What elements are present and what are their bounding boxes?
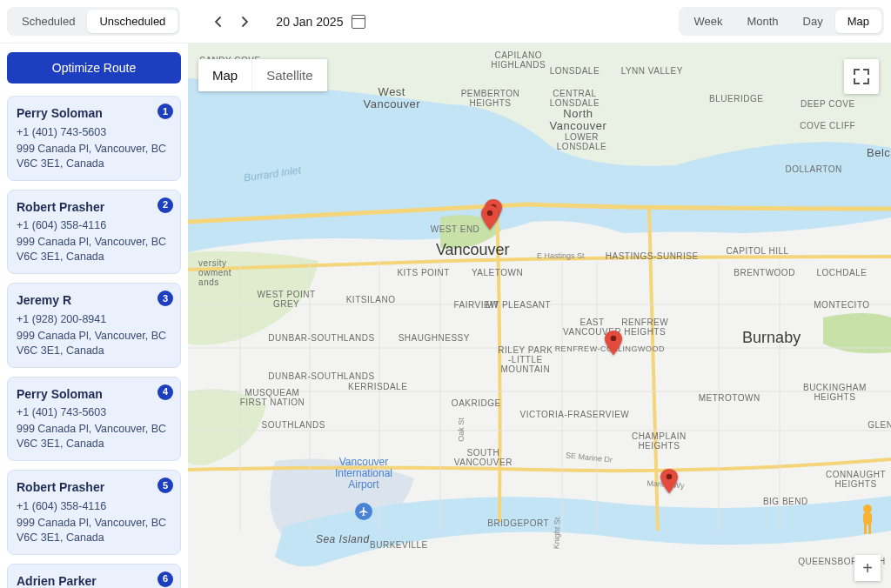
svg-rect-20: [868, 524, 871, 534]
scheduled-tab[interactable]: Scheduled: [10, 10, 87, 33]
map-tiles: [188, 43, 891, 588]
map-type-map[interactable]: Map: [198, 59, 252, 91]
view-toggle: Week Month Day Map: [679, 7, 884, 36]
map-type-satellite[interactable]: Satellite: [252, 59, 326, 91]
contact-address: 999 Canada Pl, Vancouver, BC V6C 3E1, Ca…: [17, 422, 171, 451]
view-map[interactable]: Map: [835, 10, 881, 33]
next-day-button[interactable]: [234, 11, 255, 32]
fullscreen-button[interactable]: [844, 59, 879, 94]
map-type-toggle: Map Satellite: [198, 59, 327, 91]
schedule-toggle: Scheduled Unscheduled: [7, 7, 180, 36]
contact-phone: +1 (401) 743-5603: [17, 405, 171, 420]
svg-point-14: [487, 210, 492, 216]
route-card[interactable]: 5 Robert Prasher +1 (604) 358-4116 999 C…: [7, 470, 181, 555]
map-pin[interactable]: [481, 205, 499, 230]
airport-icon: [355, 503, 372, 520]
route-card[interactable]: 4 Perry Soloman +1 (401) 743-5603 999 Ca…: [7, 377, 181, 462]
fullscreen-icon: [855, 70, 868, 83]
route-card[interactable]: 3 Jeremy R +1 (928) 200-8941 999 Canada …: [7, 283, 181, 368]
unscheduled-tab[interactable]: Unscheduled: [87, 10, 178, 33]
contact-phone: +1 (604) 358-4116: [17, 218, 171, 233]
date-picker[interactable]: 20 Jan 2025: [276, 15, 365, 29]
svg-point-16: [666, 474, 671, 479]
current-date: 20 Jan 2025: [276, 15, 343, 29]
map-pin[interactable]: [605, 331, 622, 355]
contact-name: Perry Soloman: [17, 105, 171, 122]
stop-badge: 3: [157, 291, 173, 306]
map-canvas[interactable]: Vancouver Burnaby WestVancouver NorthVan…: [188, 43, 891, 588]
prev-day-button[interactable]: [208, 11, 229, 32]
route-card[interactable]: 1 Perry Soloman +1 (401) 743-5603 999 Ca…: [7, 96, 181, 181]
map-pin[interactable]: [660, 469, 678, 493]
stop-badge: 4: [157, 384, 173, 400]
svg-point-17: [863, 504, 872, 513]
route-card[interactable]: 6 Adrien Parker +1 (281) 684-5750 999 Ca…: [7, 564, 181, 588]
contact-address: 999 Canada Pl, Vancouver, BC V6C 3E1, Ca…: [17, 235, 171, 264]
stop-badge: 2: [157, 197, 173, 213]
contact-phone: +1 (604) 358-4116: [17, 499, 171, 514]
view-month[interactable]: Month: [734, 10, 790, 33]
view-week[interactable]: Week: [681, 10, 734, 33]
svg-rect-19: [864, 524, 867, 534]
stop-badge: 5: [157, 478, 173, 493]
contact-name: Jeremy R: [17, 292, 171, 309]
route-sidebar: Optimize Route 1 Perry Soloman +1 (401) …: [0, 43, 188, 588]
svg-point-15: [611, 336, 616, 341]
zoom-in-button[interactable]: +: [854, 555, 881, 581]
optimize-route-button[interactable]: Optimize Route: [7, 52, 181, 84]
contact-name: Robert Prasher: [17, 199, 171, 216]
stop-badge: 6: [157, 571, 173, 587]
contact-address: 999 Canada Pl, Vancouver, BC V6C 3E1, Ca…: [17, 516, 171, 545]
contact-name: Adrien Parker: [17, 573, 171, 588]
contact-name: Perry Soloman: [17, 386, 171, 403]
contact-address: 999 Canada Pl, Vancouver, BC V6C 3E1, Ca…: [17, 142, 171, 171]
date-nav: [208, 11, 255, 32]
stop-badge: 1: [157, 104, 173, 119]
route-card[interactable]: 2 Robert Prasher +1 (604) 358-4116 999 C…: [7, 190, 181, 275]
contact-phone: +1 (928) 200-8941: [17, 312, 171, 327]
view-day[interactable]: Day: [791, 10, 835, 33]
contact-phone: +1 (401) 743-5603: [17, 125, 171, 140]
pegman-icon[interactable]: [854, 503, 881, 536]
calendar-icon: [352, 15, 365, 29]
contact-name: Robert Prasher: [17, 479, 171, 496]
contact-address: 999 Canada Pl, Vancouver, BC V6C 3E1, Ca…: [17, 329, 171, 358]
svg-rect-18: [863, 512, 872, 525]
